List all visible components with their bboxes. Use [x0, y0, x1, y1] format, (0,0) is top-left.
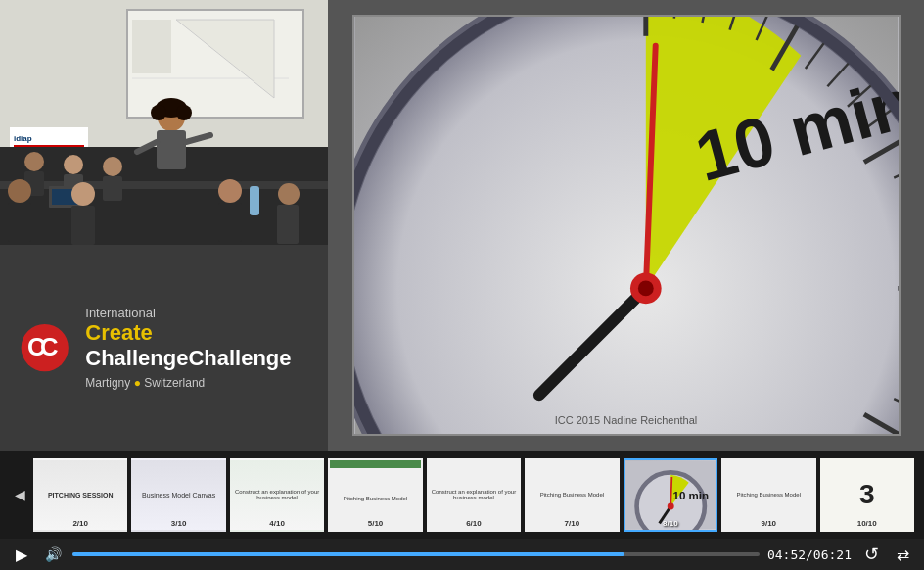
svg-point-14	[176, 105, 192, 120]
slide-caption: ICC 2015 Nadine Reichenthal	[555, 414, 698, 426]
logo-container: C C International Create ChallengeChalle…	[20, 306, 308, 390]
svg-point-33	[278, 183, 300, 205]
svg-text:C: C	[40, 333, 59, 360]
location-line: Martigny ● Switzerland	[85, 376, 308, 390]
svg-rect-26	[250, 186, 259, 215]
svg-point-20	[64, 155, 83, 174]
replay-button[interactable]: ↺	[859, 543, 883, 566]
svg-rect-23	[103, 176, 122, 201]
cc-logo-icon: C C	[20, 316, 70, 380]
thumb-label-3: 3/10	[171, 519, 187, 528]
filmstrip: ◀ PITCHING SESSION 2/10 Business Model C…	[0, 451, 924, 570]
svg-point-22	[103, 157, 122, 176]
location-label: Martigny	[85, 376, 130, 390]
svg-point-13	[151, 105, 166, 120]
thumb-label-8: 8/10	[663, 519, 678, 528]
challenge-word: Challenge	[85, 346, 188, 370]
thumbnail-6[interactable]: Construct an explanation of your busines…	[427, 458, 521, 532]
logo-area: C C International Create ChallengeChalle…	[0, 245, 328, 451]
thumbnail-2[interactable]: PITCHING SESSION 2/10	[33, 458, 127, 532]
loop-button[interactable]: ⇄	[891, 543, 914, 566]
thumbnail-8[interactable]: 10 min 8/10	[624, 458, 717, 532]
slide-frame: 10 min ICC 2015 Nadine Reichenthal	[352, 15, 901, 436]
svg-text:10 min: 10 min	[672, 490, 709, 501]
thumb-label-4: 4/10	[269, 519, 285, 528]
svg-point-29	[71, 182, 95, 206]
svg-point-31	[218, 179, 242, 203]
create-word: Create	[85, 320, 152, 345]
slide-area: 10 min ICC 2015 Nadine Reichenthal	[328, 0, 924, 451]
svg-line-81	[670, 477, 671, 506]
svg-rect-34	[277, 205, 299, 244]
controls-bar: ▶ 🔊 04:52/06:21 ↺ ⇄	[0, 539, 924, 570]
thumbnail-7[interactable]: Pitching Business Model 7/10	[525, 458, 619, 532]
svg-rect-5	[132, 20, 171, 73]
svg-point-82	[667, 502, 673, 509]
svg-rect-32	[218, 203, 242, 242]
thumb-label-9: 9/10	[761, 519, 776, 528]
thumbnail-9[interactable]: Pitching Business Model 9/10	[721, 458, 815, 532]
brand-name: Create ChallengeChallenge	[85, 320, 308, 371]
left-panel: idiap	[0, 0, 328, 451]
country-label: Switzerland	[144, 376, 205, 390]
time-display: 04:52/06:21	[767, 547, 852, 562]
thumb-label-7: 7/10	[565, 519, 580, 528]
thumbnail-3[interactable]: Business Model Canvas 3/10	[131, 458, 225, 532]
challenge-text: Challenge	[188, 346, 291, 370]
volume-button[interactable]: 🔊	[41, 543, 65, 566]
thumbnail-4[interactable]: Construct an explanation of your busines…	[230, 458, 324, 532]
svg-text:idiap: idiap	[14, 134, 32, 143]
thumbnail-10[interactable]: 3 10/10	[820, 458, 914, 532]
logo-text: International Create ChallengeChallenge …	[85, 306, 308, 390]
app-container: idiap	[0, 0, 924, 570]
thumbnail-5[interactable]: Pitching Business Model 5/10	[328, 458, 422, 532]
thumb-label-2: 2/10	[72, 519, 88, 528]
svg-rect-15	[157, 130, 186, 169]
international-label: International	[85, 306, 308, 320]
clock-display: 10 min ICC 2015 Nadine Reichenthal	[354, 17, 899, 434]
right-controls: ↺ ⇄	[859, 543, 914, 566]
progress-bar[interactable]	[72, 552, 760, 556]
svg-point-75	[637, 280, 653, 296]
filmstrip-prev-arrow[interactable]: ◀	[10, 485, 29, 504]
play-button[interactable]: ▶	[10, 543, 33, 566]
svg-rect-30	[71, 206, 95, 245]
thumb-label-10: 10/10	[857, 519, 877, 528]
thumbnails-row: ◀ PITCHING SESSION 2/10 Business Model C…	[0, 451, 924, 539]
svg-point-18	[24, 152, 44, 171]
dot-separator: ●	[134, 376, 145, 390]
thumb-label-6: 6/10	[466, 519, 482, 528]
camera-feed: idiap	[0, 0, 328, 245]
thumb-label-5: 5/10	[368, 519, 384, 528]
svg-point-39	[354, 17, 899, 434]
main-area: idiap	[0, 0, 924, 451]
progress-fill	[72, 552, 624, 556]
svg-rect-28	[8, 203, 31, 242]
svg-point-27	[8, 179, 31, 203]
